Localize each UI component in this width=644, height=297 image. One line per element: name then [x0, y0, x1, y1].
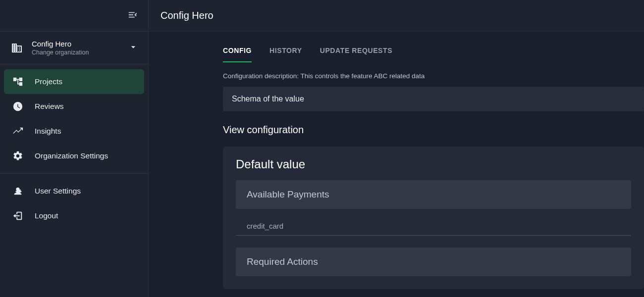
sidebar-item-label: Reviews [35, 102, 64, 111]
content-inner: CONFIG HISTORY UPDATE REQUESTS Configura… [223, 32, 644, 289]
default-value-title: Default value [236, 157, 631, 171]
sidebar-item-projects[interactable]: Projects [4, 69, 144, 94]
config-description-body: This controls the feature ABC related da… [301, 72, 425, 80]
content: CONFIG HISTORY UPDATE REQUESTS Configura… [149, 32, 644, 297]
reviews-icon [12, 101, 24, 112]
tab-history[interactable]: HISTORY [269, 47, 302, 62]
panel-required-actions[interactable]: Required Actions [236, 248, 631, 276]
default-value-card: Default value Available Payments credit_… [223, 147, 644, 289]
sidebar-item-logout[interactable]: Logout [4, 203, 144, 228]
org-name: Config Hero [32, 40, 128, 48]
nav-primary: Projects Reviews Insights Organization S… [0, 64, 148, 173]
org-text: Config Hero Change organization [32, 40, 128, 56]
collapse-sidebar-icon[interactable] [127, 9, 138, 22]
config-description-prefix: Configuration description: [223, 72, 301, 80]
page-title: Config Hero [161, 10, 214, 21]
sidebar-item-organization-settings[interactable]: Organization Settings [4, 144, 144, 168]
config-description: Configuration description: This controls… [223, 72, 644, 80]
building-icon [10, 42, 24, 54]
org-switcher[interactable]: Config Hero Change organization [0, 32, 148, 64]
field-available-payments-value[interactable]: credit_card [236, 218, 631, 236]
nav-secondary: User Settings Logout [0, 173, 148, 233]
sidebar-item-label: Projects [35, 77, 62, 86]
insights-icon [12, 126, 24, 137]
sidebar: Config Hero Change organization Projects… [0, 0, 149, 297]
sidebar-item-label: Organization Settings [35, 151, 108, 160]
projects-icon [12, 76, 24, 87]
tabs: CONFIG HISTORY UPDATE REQUESTS [223, 47, 644, 62]
sidebar-item-insights[interactable]: Insights [4, 119, 144, 144]
org-sub: Change organization [32, 49, 128, 56]
tab-update-requests[interactable]: UPDATE REQUESTS [320, 47, 392, 62]
user-settings-icon [12, 186, 24, 197]
main: Config Hero CONFIG HISTORY UPDATE REQUES… [149, 0, 644, 297]
sidebar-item-label: User Settings [35, 187, 81, 196]
sidebar-item-label: Insights [35, 127, 61, 136]
schema-panel[interactable]: Schema of the value [223, 87, 644, 111]
sidebar-top [0, 0, 148, 32]
logout-icon [12, 210, 24, 221]
chevron-down-icon [128, 42, 138, 54]
panel-available-payments[interactable]: Available Payments [236, 180, 631, 209]
tab-config[interactable]: CONFIG [223, 47, 252, 62]
sidebar-item-label: Logout [35, 211, 58, 220]
view-configuration-heading: View configuration [223, 124, 644, 136]
topbar: Config Hero [149, 0, 644, 32]
sidebar-item-reviews[interactable]: Reviews [4, 94, 144, 119]
sidebar-item-user-settings[interactable]: User Settings [4, 179, 144, 203]
gear-icon [12, 150, 24, 161]
